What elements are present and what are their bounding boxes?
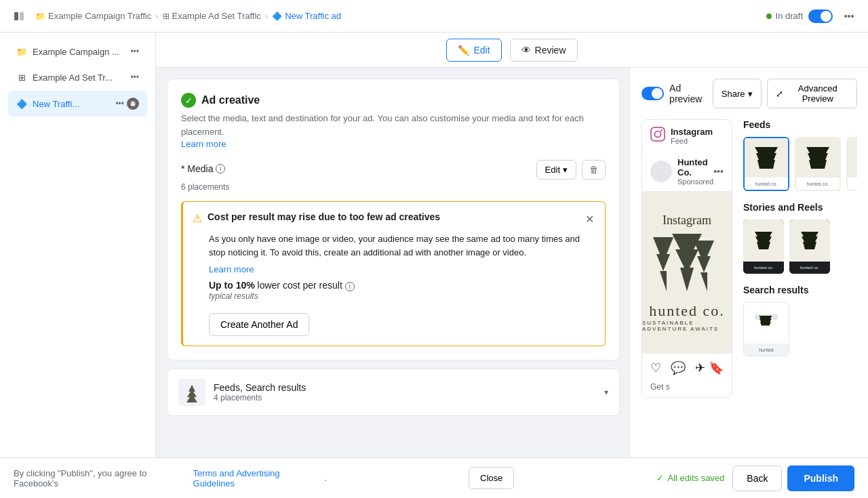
- feeds-section: Feeds, Search results 4 placements ▾: [167, 369, 620, 416]
- right-panel: Ad preview Share ▾ ⤢ Advanced Preview: [631, 68, 868, 457]
- preview-toggle: Ad preview: [642, 83, 713, 104]
- breadcrumb-sep-1: ›: [155, 11, 158, 21]
- publish-agreement-text: By clicking "Publish", you agree to Face…: [14, 468, 189, 489]
- warning-title: Cost per result may rise due to too few …: [208, 211, 578, 222]
- warning-box: ⚠ Cost per result may rise due to too fe…: [181, 201, 606, 346]
- panels: ✓ Ad creative Select the media, text and…: [156, 68, 868, 457]
- ig-preview: Instagram Feed Hunted Co. Sponsored: [642, 119, 732, 398]
- thumbnail-search-1[interactable]: hunted: [743, 302, 789, 356]
- sidebar: 📁 Example Campaign ... ••• ⊞ Example Ad …: [0, 33, 156, 457]
- create-another-ad-btn[interactable]: Create Another Ad: [209, 313, 309, 336]
- edit-dropdown-icon: ▾: [563, 165, 568, 175]
- edit-btn[interactable]: ✏️ Edit: [446, 39, 501, 62]
- ad-creative-card: ✓ Ad creative Select the media, text and…: [167, 79, 620, 360]
- close-btn[interactable]: Close: [469, 467, 514, 489]
- thumbnail-story-1[interactable]: hunted co.: [743, 220, 784, 274]
- share-chevron-icon: ▾: [748, 89, 753, 99]
- stat-info-icon[interactable]: i: [345, 282, 355, 291]
- ig-brand-script: Instagram: [663, 213, 711, 228]
- stat-suffix: lower cost per result: [258, 280, 342, 291]
- card-learn-more-link[interactable]: Learn more: [181, 139, 226, 149]
- search-thumbnails: hunted: [743, 302, 857, 356]
- ig-sponsored: Sponsored: [677, 178, 713, 186]
- media-actions: Edit ▾ 🗑: [536, 160, 606, 180]
- sidebar-ad-more[interactable]: •••: [115, 99, 124, 108]
- ig-more-btn[interactable]: •••: [713, 166, 724, 177]
- ig-comment-btn[interactable]: 💬: [671, 360, 686, 375]
- feeds-chevron-icon: ▾: [604, 388, 608, 397]
- sidebar-adset-more[interactable]: •••: [130, 72, 139, 82]
- media-edit-btn[interactable]: Edit ▾: [536, 160, 576, 180]
- svg-point-5: [655, 131, 661, 138]
- ig-like-btn[interactable]: ♡: [650, 360, 661, 375]
- media-section: * Media i Edit ▾ 🗑: [181, 160, 606, 192]
- breadcrumb: 📁 Example Campaign Traffic › ⊞ Example A…: [35, 11, 753, 21]
- warning-header: ⚠ Cost per result may rise due to too fe…: [193, 211, 595, 227]
- review-btn[interactable]: 👁 Review: [510, 39, 578, 62]
- breadcrumb-adset[interactable]: ⊞ Example Ad Set Traffic: [163, 11, 261, 21]
- saved-check-icon: ✓: [656, 473, 664, 483]
- back-btn[interactable]: Back: [732, 465, 782, 491]
- breadcrumb-campaign[interactable]: 📁 Example Campaign Traffic: [35, 11, 151, 21]
- period: .: [324, 473, 327, 483]
- warning-close-btn[interactable]: ✕: [584, 211, 595, 227]
- action-bar: ✏️ Edit 👁 Review: [156, 33, 868, 68]
- breadcrumb-ad[interactable]: 🔷 New Traffic ad: [272, 11, 341, 21]
- ig-trees-illustration: [646, 230, 728, 298]
- feeds-section-header: Feeds: [743, 119, 857, 130]
- review-icon: 👁: [521, 45, 531, 56]
- card-description: Select the media, text and destination f…: [181, 112, 606, 138]
- share-btn[interactable]: Share ▾: [713, 79, 762, 108]
- ig-caption: Get s: [642, 382, 732, 397]
- draft-toggle[interactable]: [808, 9, 833, 23]
- thumbnail-feed-3[interactable]: planted co.: [846, 137, 857, 191]
- ig-share-btn[interactable]: ✈: [695, 360, 705, 375]
- sidebar-campaign-more[interactable]: •••: [130, 47, 139, 56]
- publish-btn[interactable]: Publish: [787, 465, 854, 491]
- warning-icon: ⚠: [193, 212, 202, 225]
- ig-save-btn[interactable]: 🔖: [709, 360, 724, 375]
- adset-icon: ⊞: [163, 12, 170, 21]
- ig-brand-name: hunted co.: [649, 302, 725, 320]
- warning-stat: Up to 10% lower cost per result i typica…: [193, 280, 595, 301]
- sidebar-toggle-btn[interactable]: [8, 5, 30, 27]
- preview-toggle-switch[interactable]: [642, 87, 664, 100]
- svg-rect-0: [14, 12, 18, 20]
- media-delete-btn[interactable]: 🗑: [582, 160, 606, 180]
- search-section-header: Search results: [743, 285, 857, 295]
- media-info-icon[interactable]: i: [216, 164, 225, 173]
- ad-sidebar-icon: 🔷: [16, 98, 27, 109]
- feeds-title: Feeds, Search results: [214, 382, 604, 393]
- sidebar-item-campaign[interactable]: 📁 Example Campaign ... •••: [8, 39, 147, 64]
- preview-label: Ad preview: [669, 83, 713, 104]
- expand-icon: ⤢: [776, 89, 783, 99]
- bottom-center: ✓ All edits saved: [656, 473, 725, 483]
- edit-icon: ✏️: [458, 45, 469, 56]
- thumbnail-feed-1[interactable]: hunted co.: [743, 137, 789, 191]
- media-label: * Media i: [181, 163, 225, 174]
- bottom-bar: By clicking "Publish", you agree to Face…: [0, 457, 868, 498]
- status-badge: In draft: [766, 11, 803, 21]
- advanced-preview-btn[interactable]: ⤢ Advanced Preview: [767, 79, 857, 108]
- content-area: ✏️ Edit 👁 Review ✓ Ad creative: [156, 33, 868, 457]
- feeds-header[interactable]: Feeds, Search results 4 placements ▾: [167, 369, 619, 415]
- left-panel: ✓ Ad creative Select the media, text and…: [156, 68, 631, 457]
- thumbnail-sidebar: Feeds hunted co.: [743, 119, 857, 398]
- ig-post-image: Instagram hunted c: [642, 191, 732, 354]
- warning-learn-more-link[interactable]: Learn more: [193, 264, 595, 274]
- sidebar-item-ad[interactable]: 🔷 New Traffi... •••: [8, 91, 147, 117]
- feeds-info: Feeds, Search results 4 placements: [214, 382, 604, 402]
- sidebar-item-adset[interactable]: ⊞ Example Ad Set Tr... •••: [8, 65, 147, 89]
- bottom-left: By clicking "Publish", you agree to Face…: [14, 468, 327, 489]
- bottom-right: Back Publish: [732, 465, 854, 491]
- terms-link[interactable]: Terms and Advertising Guidelines: [193, 468, 321, 489]
- top-bar: 📁 Example Campaign Traffic › ⊞ Example A…: [0, 0, 868, 33]
- saved-text: All edits saved: [668, 473, 725, 483]
- more-options-btn[interactable]: •••: [838, 5, 860, 27]
- thumbnail-story-2[interactable]: hunted co.: [789, 220, 830, 274]
- feeds-thumbnail: [178, 379, 205, 406]
- svg-point-6: [660, 129, 662, 131]
- media-placements: 6 placements: [181, 182, 606, 192]
- thumbnail-feed-2[interactable]: hunted co.: [795, 137, 841, 191]
- ig-header: Instagram Feed: [642, 120, 732, 152]
